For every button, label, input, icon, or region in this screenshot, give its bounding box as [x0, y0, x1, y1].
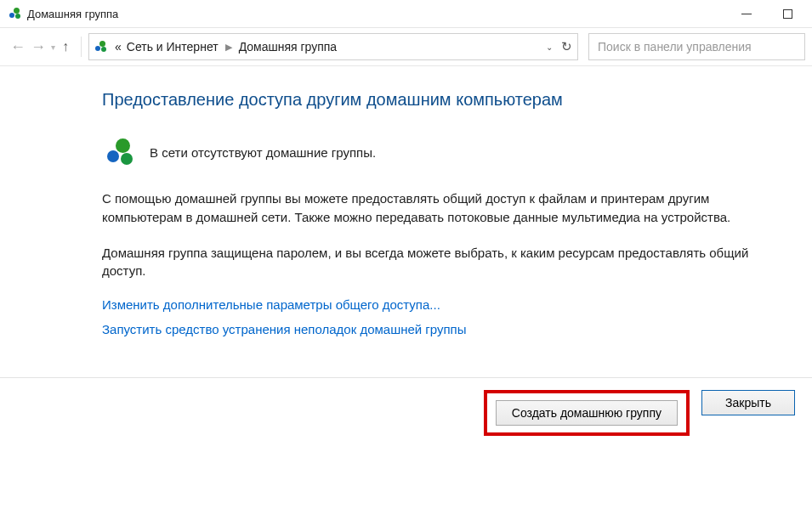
page-heading: Предоставление доступа другим домашним к…	[102, 90, 791, 110]
refresh-icon[interactable]: ↻	[561, 39, 572, 54]
breadcrumb-root[interactable]: Сеть и Интернет	[125, 38, 220, 55]
highlight-annotation: Создать домашнюю группу	[484, 390, 690, 436]
homegroup-icon	[105, 137, 136, 167]
address-bar[interactable]: « Сеть и Интернет ▶ Домашняя группа ⌄ ↻	[88, 33, 578, 60]
breadcrumb-prefix: «	[113, 38, 123, 55]
navbar: ← → ▾ ↑ « Сеть и Интернет ▶ Домашняя гру…	[0, 27, 812, 66]
nav-arrows: ← → ▾ ↑	[7, 38, 74, 56]
description-2: Домашняя группа защищена паролем, и вы в…	[102, 244, 791, 281]
homegroup-icon	[94, 40, 108, 54]
forward-button[interactable]: →	[31, 38, 46, 56]
breadcrumb-current[interactable]: Домашняя группа	[237, 38, 339, 55]
status-row: В сети отсутствуют домашние группы.	[105, 137, 791, 167]
search-input[interactable]	[596, 39, 798, 54]
homegroup-icon	[9, 7, 22, 20]
nav-separator	[81, 37, 82, 57]
address-dropdown-icon[interactable]: ⌄	[546, 42, 553, 52]
recent-dropdown-icon[interactable]: ▾	[51, 42, 55, 52]
titlebar-left: Домашняя группа	[9, 7, 118, 20]
create-homegroup-button[interactable]: Создать домашнюю группу	[496, 400, 678, 426]
close-button[interactable]: Закрыть	[701, 390, 795, 415]
minimize-button[interactable]	[734, 9, 759, 19]
back-button[interactable]: ←	[10, 38, 26, 56]
titlebar: Домашняя группа	[0, 0, 812, 27]
status-text: В сети отсутствуют домашние группы.	[150, 145, 376, 160]
up-button[interactable]: ↑	[62, 39, 69, 54]
footer: Создать домашнюю группу Закрыть	[0, 378, 812, 436]
window-title: Домашняя группа	[27, 8, 118, 20]
description-1: С помощью домашней группы вы можете пред…	[102, 189, 791, 227]
link-troubleshoot[interactable]: Запустить средство устранения неполадок …	[102, 322, 791, 336]
search-box[interactable]	[588, 33, 805, 60]
content: Предоставление доступа другим домашним к…	[0, 66, 791, 336]
chevron-right-icon: ▶	[222, 42, 236, 53]
window-controls	[734, 9, 809, 19]
breadcrumb: « Сеть и Интернет ▶ Домашняя группа	[113, 38, 539, 55]
maximize-button[interactable]	[775, 9, 800, 19]
link-advanced-sharing[interactable]: Изменить дополнительные параметры общего…	[102, 297, 791, 312]
